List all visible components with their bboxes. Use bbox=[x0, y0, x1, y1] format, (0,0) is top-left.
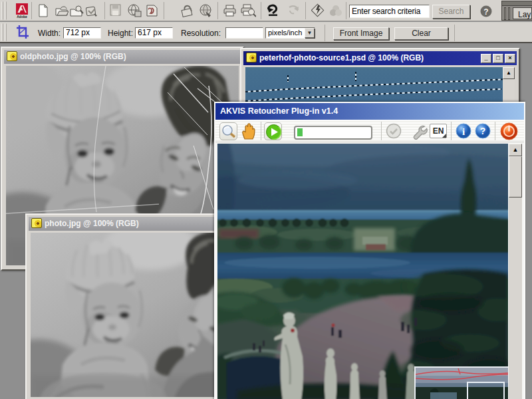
svg-text:?: ? bbox=[483, 7, 488, 17]
svg-text:i: i bbox=[462, 126, 465, 137]
svg-text:?: ? bbox=[480, 126, 486, 136]
